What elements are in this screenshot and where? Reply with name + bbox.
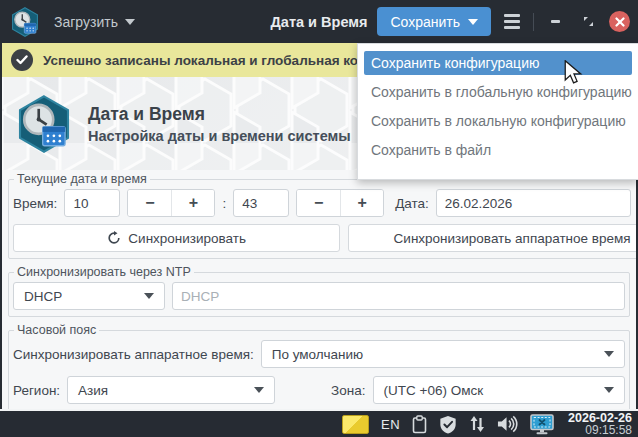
hw-sync-select[interactable]: По умолчанию [261, 340, 625, 368]
maximize-icon [582, 15, 595, 28]
hours-stepper: − + [127, 189, 215, 217]
taskbar-time: 09:15:58 [568, 424, 632, 437]
keyboard-layout-icon[interactable] [342, 415, 369, 434]
menu-item-save-config[interactable]: Сохранить конфигурацию [364, 51, 632, 75]
chevron-down-icon [144, 293, 154, 299]
chevron-down-icon [468, 19, 478, 25]
timezone-section: Часовой пояс Синхронизировать аппаратное… [8, 323, 630, 409]
shield-icon[interactable] [439, 415, 457, 434]
language-indicator[interactable]: EN [381, 417, 400, 432]
menu-item-save-global-config[interactable]: Сохранить в глобальную конфигурацию [364, 80, 632, 104]
date-input[interactable] [436, 189, 631, 217]
region-select[interactable]: Азия [67, 376, 275, 404]
load-dropdown-button[interactable]: Загрузить [54, 14, 135, 30]
ntp-server-input[interactable] [172, 282, 625, 310]
synchronize-label: Синхронизировать [128, 231, 246, 246]
menu-item-save-local-config[interactable]: Сохранить в локальную конфигурацию [364, 109, 632, 133]
chevron-down-icon [604, 387, 614, 393]
chevron-down-icon [604, 351, 614, 357]
zone-value: (UTC +06) Омск [384, 383, 484, 398]
maximize-button[interactable] [576, 10, 600, 34]
close-icon [615, 17, 625, 27]
timezone-legend: Часовой пояс [14, 323, 99, 337]
app-clock-calendar-icon [15, 95, 73, 153]
hours-input[interactable] [64, 189, 120, 217]
screenshot-monitor-icon[interactable] [530, 414, 554, 435]
minutes-minus-button[interactable]: − [297, 190, 340, 216]
clipboard-icon[interactable] [412, 415, 427, 434]
success-check-icon [11, 49, 33, 71]
hours-minus-button[interactable]: − [128, 190, 171, 216]
hw-sync-value: По умолчанию [272, 347, 363, 362]
minutes-stepper: − + [296, 189, 384, 217]
ntp-mode-value: DHCP [24, 289, 62, 304]
time-label: Время: [13, 196, 57, 211]
hw-sync-label: Синхронизировать аппаратное время: [13, 347, 254, 362]
page-title: Дата и Время [88, 104, 351, 125]
menu-item-save-to-file[interactable]: Сохранить в файл [364, 138, 632, 162]
ntp-mode-select[interactable]: DHCP [13, 282, 165, 310]
hamburger-menu-button[interactable] [500, 10, 524, 34]
refresh-icon [107, 231, 121, 245]
titlebar: Загрузить Дата и Время Сохранить [0, 0, 638, 43]
volume-icon[interactable] [497, 415, 518, 433]
chevron-down-icon [125, 19, 135, 25]
taskbar-clock[interactable]: 2026-02-26 09:15:58 [568, 412, 632, 437]
hours-plus-button[interactable]: + [171, 190, 214, 216]
titlebar-separator [533, 13, 534, 31]
zone-select[interactable]: (UTC +06) Омск [373, 376, 626, 404]
ntp-legend: Синхронизировать через NTP [14, 265, 194, 279]
load-label: Загрузить [54, 14, 118, 30]
region-value: Азия [78, 383, 108, 398]
network-arrows-icon[interactable] [469, 415, 485, 433]
system-taskbar: EN [0, 409, 638, 437]
current-datetime-legend: Текущие дата и время [14, 172, 150, 186]
date-label: Дата: [395, 196, 429, 211]
region-label: Регион: [13, 383, 60, 398]
save-dropdown-menu: Сохранить конфигурацию Сохранить в глоба… [357, 43, 638, 180]
save-label: Сохранить [390, 14, 460, 30]
chevron-down-icon [254, 387, 264, 393]
zone-label: Зона: [331, 383, 365, 398]
synchronize-hardware-button[interactable]: Синхронизировать аппаратное время [348, 224, 636, 252]
minutes-input[interactable] [233, 189, 289, 217]
synchronize-button[interactable]: Синхронизировать [13, 224, 340, 252]
page-subtitle: Настройка даты и времени системы [88, 128, 351, 144]
minimize-button[interactable] [543, 10, 567, 34]
current-datetime-section: Текущие дата и время Время: − + : − + Да… [8, 172, 636, 259]
app-clock-calendar-icon [10, 7, 40, 37]
synchronize-hardware-label: Синхронизировать аппаратное время [394, 231, 631, 246]
save-dropdown-button[interactable]: Сохранить [377, 7, 491, 36]
close-button[interactable] [609, 11, 630, 32]
notification-text: Успешно записаны локальная и глобальная … [43, 53, 378, 68]
minutes-plus-button[interactable]: + [340, 190, 383, 216]
time-colon: : [222, 196, 226, 211]
ntp-section: Синхронизировать через NTP DHCP [8, 265, 630, 317]
